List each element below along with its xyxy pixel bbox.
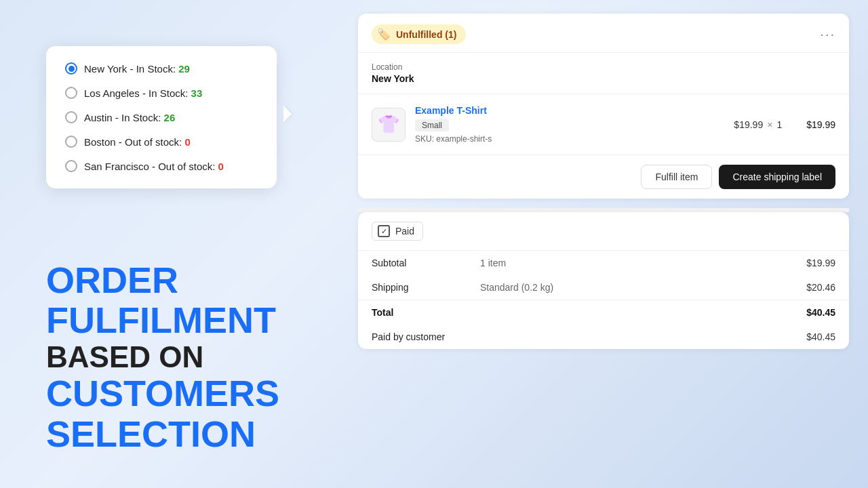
summary-desc-2 bbox=[467, 300, 712, 325]
summary-row-3: Paid by customer$40.45 bbox=[358, 325, 849, 349]
product-image: 👕 bbox=[372, 108, 406, 142]
headline-line2: FULFILMENT bbox=[46, 300, 283, 340]
unfulfilled-badge-icon: 🏷️ bbox=[377, 28, 391, 41]
paid-header: ✓ Paid bbox=[358, 212, 849, 251]
radio-3[interactable] bbox=[65, 136, 77, 148]
location-item-0[interactable]: New York - In Stock: 29 bbox=[65, 62, 258, 75]
product-row: 👕 Example T-Shirt Small SKU: example-shi… bbox=[358, 94, 849, 155]
line-total: $19.99 bbox=[806, 119, 835, 130]
summary-table: Subtotal1 item$19.99ShippingStandard (0.… bbox=[358, 251, 849, 349]
location-card: New York - In Stock: 29Los Angeles - In … bbox=[46, 46, 277, 188]
action-row: Fulfill item Create shipping label bbox=[358, 155, 849, 199]
location-name-4: San Francisco - Out of stock: 0 bbox=[84, 161, 224, 172]
radio-2[interactable] bbox=[65, 111, 77, 123]
summary-row-2: Total$40.45 bbox=[358, 300, 849, 325]
unfulfilled-badge-label: Unfulfilled (1) bbox=[396, 29, 456, 40]
location-item-3[interactable]: Boston - Out of stock: 0 bbox=[65, 136, 258, 148]
summary-desc-1: Standard (0.2 kg) bbox=[467, 275, 712, 300]
summary-desc-3 bbox=[467, 325, 712, 349]
summary-label-3: Paid by customer bbox=[358, 325, 467, 349]
headline-line1: ORDER bbox=[46, 260, 283, 300]
location-label: Location bbox=[372, 62, 835, 72]
location-item-2[interactable]: Austin - In Stock: 26 bbox=[65, 111, 258, 123]
radio-4[interactable] bbox=[65, 160, 77, 172]
unit-price: $19.99 bbox=[734, 119, 763, 130]
product-variant: Small bbox=[415, 119, 449, 131]
summary-label-1: Shipping bbox=[358, 275, 467, 300]
paid-icon: ✓ bbox=[378, 225, 390, 237]
create-shipping-label-button[interactable]: Create shipping label bbox=[719, 165, 835, 189]
headline-block: ORDER FULFILMENT BASED ON CUSTOMERS SELE… bbox=[46, 260, 283, 454]
more-options-button[interactable]: ··· bbox=[820, 26, 835, 42]
location-item-1[interactable]: Los Angeles - In Stock: 33 bbox=[65, 87, 258, 99]
paid-section: ✓ Paid Subtotal1 item$19.99ShippingStand… bbox=[358, 212, 849, 349]
summary-amount-3: $40.45 bbox=[712, 325, 849, 349]
headline-line5: SELECTION bbox=[46, 414, 283, 454]
price-x: × bbox=[767, 119, 772, 130]
quantity: 1 bbox=[776, 119, 782, 130]
summary-amount-0: $19.99 bbox=[712, 251, 849, 275]
summary-amount-1: $20.46 bbox=[712, 275, 849, 300]
product-sku: SKU: example-shirt-s bbox=[415, 134, 724, 144]
location-name-3: Boston - Out of stock: 0 bbox=[84, 136, 191, 148]
product-info: Example T-Shirt Small SKU: example-shirt… bbox=[415, 105, 724, 144]
summary-row-1: ShippingStandard (0.2 kg)$20.46 bbox=[358, 275, 849, 300]
product-price: $19.99 × 1 $19.99 bbox=[734, 119, 835, 130]
unfulfilled-section: 🏷️ Unfulfilled (1) ··· Location New York… bbox=[358, 14, 849, 199]
product-name[interactable]: Example T-Shirt bbox=[415, 105, 724, 116]
summary-desc-0: 1 item bbox=[467, 251, 712, 275]
summary-label-2: Total bbox=[358, 300, 467, 325]
location-value: New York bbox=[372, 73, 835, 84]
summary-amount-2: $40.45 bbox=[712, 300, 849, 325]
headline-line4: CUSTOMERS bbox=[46, 373, 283, 413]
location-name-1: Los Angeles - In Stock: 33 bbox=[84, 87, 202, 99]
unfulfilled-header: 🏷️ Unfulfilled (1) ··· bbox=[358, 14, 849, 53]
radio-0[interactable] bbox=[65, 62, 77, 75]
location-item-4[interactable]: San Francisco - Out of stock: 0 bbox=[65, 160, 258, 172]
paid-badge-label: Paid bbox=[395, 226, 414, 237]
location-name-2: Austin - In Stock: 26 bbox=[84, 112, 175, 123]
summary-row-0: Subtotal1 item$19.99 bbox=[358, 251, 849, 275]
unfulfilled-badge: 🏷️ Unfulfilled (1) bbox=[372, 24, 466, 44]
headline-line3: BASED ON bbox=[46, 341, 283, 373]
right-panel: 🏷️ Unfulfilled (1) ··· Location New York… bbox=[339, 0, 868, 488]
paid-badge: ✓ Paid bbox=[372, 222, 423, 241]
location-name-0: New York - In Stock: 29 bbox=[84, 63, 190, 75]
summary-label-0: Subtotal bbox=[358, 251, 467, 275]
location-row: Location New York bbox=[358, 53, 849, 94]
fulfill-item-button[interactable]: Fulfill item bbox=[641, 165, 712, 189]
product-emoji: 👕 bbox=[378, 114, 399, 135]
radio-1[interactable] bbox=[65, 87, 77, 99]
